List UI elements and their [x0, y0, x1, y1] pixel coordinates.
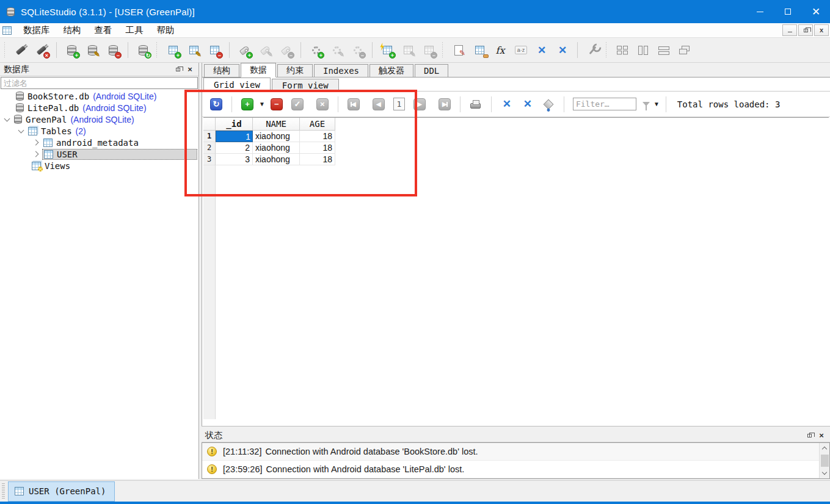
grid-cell[interactable]: xiaohong — [253, 142, 300, 154]
mdi-tile-icon[interactable] — [613, 41, 632, 59]
refresh-grid-icon[interactable]: ↻ — [210, 98, 222, 110]
database-filter-input[interactable] — [1, 77, 198, 89]
expander-expanded-icon[interactable] — [4, 115, 10, 121]
panel-close-button[interactable]: × — [185, 65, 195, 74]
settings-icon[interactable] — [583, 41, 602, 59]
tab-indexes[interactable]: Indexes — [314, 64, 368, 77]
grid-corner-cell[interactable] — [203, 118, 216, 131]
remove-database-icon[interactable]: − — [104, 41, 122, 59]
grid-filter-input[interactable] — [573, 98, 636, 110]
commit-icon[interactable]: ✓ — [291, 98, 304, 110]
print-icon[interactable] — [467, 96, 485, 113]
tab-triggers[interactable]: 触发器 — [369, 64, 413, 77]
mdi-cascade-icon[interactable] — [675, 41, 694, 59]
drop-view-icon[interactable]: − — [420, 41, 438, 59]
edit-table-icon[interactable]: ✎ — [184, 41, 203, 59]
close-all-windows-icon[interactable]: ✕ — [533, 41, 551, 59]
last-page-icon[interactable]: ▶ — [439, 98, 451, 110]
tab-ddl[interactable]: DDL — [415, 64, 448, 77]
grid-cell-selected[interactable]: 1 — [216, 131, 253, 142]
grid-cell[interactable]: xiaohong — [253, 154, 300, 165]
drop-trigger-icon[interactable]: − — [348, 41, 366, 59]
edit-index-icon[interactable]: ✎ — [256, 41, 274, 59]
minimize-button[interactable] — [746, 0, 774, 23]
expander-collapsed-icon[interactable] — [33, 151, 39, 157]
toolbar-drag-handle[interactable] — [442, 42, 445, 58]
new-table-icon[interactable]: + — [164, 41, 182, 59]
expander-collapsed-icon[interactable] — [33, 140, 39, 146]
mdi-close-button[interactable]: x — [814, 24, 829, 36]
edit-trigger-icon[interactable]: ✎ — [327, 41, 346, 59]
grid-cell[interactable]: 18 — [300, 131, 335, 142]
edit-database-icon[interactable]: ✎ — [83, 41, 101, 59]
menu-tools[interactable]: 工具 — [119, 23, 150, 37]
prev-page-icon[interactable]: ◀ — [373, 98, 385, 110]
tree-item-android-metadata[interactable]: android_metadata — [0, 137, 198, 148]
close-button[interactable]: ✕ — [802, 0, 830, 23]
drop-index-icon[interactable]: − — [277, 41, 295, 59]
grid-cell[interactable]: 18 — [300, 142, 335, 154]
row-header[interactable]: 2 — [203, 142, 216, 154]
panel-close-button[interactable]: × — [817, 431, 826, 441]
collations-icon[interactable]: a·z — [512, 41, 530, 59]
panel-float-button[interactable] — [804, 431, 814, 441]
expand-columns-icon[interactable]: ✕ — [519, 96, 537, 113]
tab-structure[interactable]: 结构 — [204, 64, 239, 77]
toolbar-drag-handle[interactable] — [156, 42, 159, 58]
tab-grid-view[interactable]: Grid view — [203, 77, 271, 92]
next-page-icon[interactable]: ▶ — [413, 98, 426, 110]
tab-form-view[interactable]: Form view — [272, 79, 339, 91]
paint-bucket-icon[interactable] — [539, 96, 558, 113]
add-trigger-icon[interactable]: + — [307, 41, 325, 59]
mdi-tile-horizontal-icon[interactable] — [655, 41, 673, 59]
mdi-restore-button[interactable] — [798, 24, 813, 36]
edit-view-icon[interactable]: ✎ — [399, 41, 417, 59]
tab-data[interactable]: 数据 — [241, 63, 276, 77]
add-view-icon[interactable]: + — [378, 41, 396, 59]
tree-item-tables[interactable]: Tables (2) — [0, 125, 198, 137]
menu-database[interactable]: 数据库 — [16, 23, 57, 37]
shrink-columns-icon[interactable]: ✕ — [498, 96, 516, 113]
toolbar-drag-handle[interactable] — [4, 42, 7, 58]
menu-view[interactable]: 查看 — [88, 23, 119, 37]
add-row-icon[interactable]: + — [241, 98, 253, 110]
filter-dropdown-icon[interactable]: ▼ — [653, 101, 660, 107]
tree-item-greenpal-db[interactable]: GreenPal (Android SQLite) — [0, 113, 198, 125]
column-header-id[interactable]: _id — [216, 118, 253, 131]
tree-item-bookstore-db[interactable]: BookStore.db (Android SQLite) — [0, 90, 198, 102]
add-database-icon[interactable]: + — [62, 41, 81, 59]
open-sql-editor-icon[interactable]: ✎ — [450, 41, 468, 59]
grid-cell[interactable]: 2 — [216, 142, 253, 154]
scroll-down-icon[interactable] — [820, 468, 830, 478]
page-number[interactable]: 1 — [393, 98, 405, 110]
functions-icon[interactable]: fx — [491, 41, 509, 59]
add-row-dropdown-icon[interactable]: ▼ — [259, 101, 265, 107]
tree-item-user[interactable]: USER — [0, 148, 198, 160]
first-page-icon[interactable]: ◀ — [348, 98, 360, 110]
taskbar-drag-handle[interactable] — [2, 483, 5, 499]
column-header-age[interactable]: AGE — [300, 118, 335, 131]
row-header[interactable]: 3 — [203, 154, 216, 165]
rollback-icon[interactable]: × — [316, 98, 329, 110]
grid-cell[interactable]: 18 — [300, 154, 335, 165]
status-scrollbar[interactable] — [819, 443, 829, 478]
connect-icon[interactable] — [12, 41, 30, 59]
mdi-tile-vertical-icon[interactable] — [634, 41, 652, 59]
restore-all-windows-icon[interactable]: ✕ — [553, 41, 572, 59]
column-header-name[interactable]: NAME — [253, 118, 300, 131]
scroll-up-icon[interactable] — [820, 443, 830, 453]
drop-table-icon[interactable]: − — [205, 41, 224, 59]
maximize-button[interactable] — [774, 0, 802, 23]
mdi-minimize-button[interactable] — [782, 24, 797, 36]
filter-funnel-icon[interactable] — [643, 102, 650, 106]
grid-cell[interactable]: 3 — [216, 154, 253, 165]
taskbar-window-button[interactable]: USER (GreenPal) — [8, 481, 115, 502]
row-header[interactable]: 1 — [203, 131, 216, 142]
delete-row-icon[interactable]: − — [271, 98, 283, 110]
toolbar-drag-handle[interactable] — [606, 42, 609, 58]
tree-item-litepal-db[interactable]: LitePal.db (Android SQLite) — [0, 102, 198, 113]
disconnect-icon[interactable]: × — [32, 41, 51, 59]
tree-item-views[interactable]: Views — [0, 160, 198, 171]
refresh-schema-icon[interactable]: ↻ — [134, 41, 152, 59]
menu-structure[interactable]: 结构 — [57, 23, 88, 37]
